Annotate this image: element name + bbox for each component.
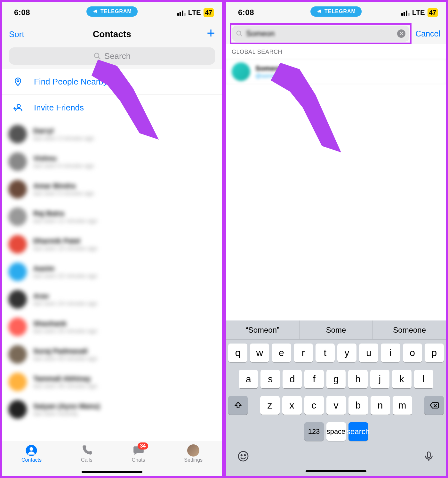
search-input[interactable] (246, 29, 394, 38)
contact-row[interactable]: Tammali Abhinaylast seen 46 minutes ago (2, 368, 222, 396)
key-c[interactable]: c (304, 396, 324, 415)
key-t[interactable]: t (316, 344, 335, 362)
tab-bar: Contacts Calls 34 Chats Settings (2, 441, 222, 476)
result-avatar-icon (232, 62, 250, 81)
telegram-pill[interactable]: TELEGRAM (310, 6, 362, 17)
key-e[interactable]: e (272, 344, 291, 362)
contact-avatar-icon (8, 207, 27, 226)
home-indicator[interactable] (306, 470, 366, 472)
key-m[interactable]: m (393, 396, 412, 415)
key-h[interactable]: h (348, 370, 367, 388)
svg-point-9 (237, 31, 241, 35)
search-input[interactable]: Search (9, 47, 215, 65)
search-result-row[interactable]: Someone @someone (226, 59, 446, 85)
tab-chats[interactable]: 34 Chats (132, 444, 145, 463)
contact-avatar-icon (8, 373, 27, 391)
tab-contacts[interactable]: Contacts (21, 444, 42, 463)
key-s[interactable]: s (260, 370, 280, 388)
svg-line-10 (240, 35, 242, 36)
key-i[interactable]: i (381, 344, 400, 362)
suggestion-bar: “Someon” Some Someone (226, 320, 446, 340)
key-g[interactable]: g (326, 370, 346, 388)
status-time: 6:08 (238, 8, 254, 17)
tab-calls[interactable]: Calls (81, 444, 93, 463)
add-contact-button[interactable]: + (193, 29, 215, 40)
contact-avatar-icon (8, 290, 27, 309)
signal-icon (401, 11, 410, 16)
contact-row[interactable]: Aravlast seen 24 minutes ago (2, 286, 222, 313)
contact-row[interactable]: Dharmik Patellast seen 15 minutes ago (2, 231, 222, 258)
svg-point-14 (241, 455, 242, 456)
battery-badge-icon: 47 (428, 8, 438, 17)
space-key[interactable]: space (326, 422, 346, 441)
key-z[interactable]: z (260, 396, 280, 415)
find-people-nearby[interactable]: Find People Nearby (2, 69, 222, 95)
contact-row[interactable]: Darryllast seen 3 minutes ago (2, 120, 222, 148)
key-q[interactable]: q (228, 344, 247, 362)
invite-friends[interactable]: Invite Friends (2, 95, 222, 120)
contact-row[interactable]: Raj Batralast seen 11 minutes ago (2, 203, 222, 231)
shift-key[interactable] (228, 396, 248, 415)
backspace-key[interactable] (424, 396, 444, 415)
mic-icon (423, 450, 435, 462)
home-indicator[interactable] (82, 471, 142, 473)
key-d[interactable]: d (283, 370, 302, 388)
telegram-pill[interactable]: TELEGRAM (86, 6, 138, 17)
page-title: Contacts (93, 29, 131, 39)
suggestion-1[interactable]: “Someon” (226, 320, 300, 339)
key-f[interactable]: f (304, 370, 324, 388)
search-box[interactable]: ✕ (232, 26, 409, 42)
key-o[interactable]: o (403, 344, 422, 362)
contact-row[interactable]: Aasimlast seen 22 minutes ago (2, 258, 222, 286)
suggestion-2[interactable]: Some (300, 320, 373, 339)
contact-avatar-icon (8, 318, 27, 336)
key-l[interactable]: l (414, 370, 433, 388)
key-j[interactable]: j (370, 370, 389, 388)
plus-icon: + (207, 25, 215, 41)
suggestion-3[interactable]: Someone (373, 320, 446, 339)
status-bar: 6:08 TELEGRAM LTE 47 (226, 2, 446, 23)
chat-badge: 34 (138, 442, 148, 450)
svg-point-7 (30, 447, 33, 451)
cancel-button[interactable]: Cancel (415, 29, 442, 38)
network-label: LTE (188, 8, 201, 17)
sort-button[interactable]: Sort (9, 29, 31, 39)
emoji-key[interactable] (237, 450, 249, 463)
key-w[interactable]: w (250, 344, 269, 362)
contacts-list[interactable]: Darryllast seen 3 minutes agoVishnulast … (2, 120, 222, 423)
svg-point-2 (17, 80, 19, 82)
key-k[interactable]: k (392, 370, 411, 388)
tab-settings[interactable]: Settings (184, 444, 203, 463)
key-a[interactable]: a (239, 370, 258, 388)
key-r[interactable]: r (294, 344, 313, 362)
svg-point-3 (17, 104, 20, 108)
search-highlight-frame: ✕ (230, 23, 412, 44)
contacts-icon (25, 444, 37, 457)
svg-line-1 (98, 57, 100, 59)
key-x[interactable]: x (282, 396, 302, 415)
clear-icon[interactable]: ✕ (397, 29, 405, 38)
contact-row[interactable]: Shashanklast seen 25 minutes ago (2, 313, 222, 341)
dictation-key[interactable] (423, 450, 435, 463)
phone-icon (81, 444, 93, 457)
contact-row[interactable]: Suraj Padmasalilast seen 40 minutes ago (2, 341, 222, 368)
emoji-icon (237, 450, 249, 462)
key-u[interactable]: u (359, 344, 378, 362)
signal-icon (177, 11, 186, 16)
contact-row[interactable]: Amar Bindralast seen 9 minutes ago (2, 175, 222, 203)
settings-avatar-icon (187, 444, 199, 457)
search-key[interactable]: search (348, 422, 368, 441)
search-header: ✕ Cancel (226, 23, 446, 44)
key-p[interactable]: p (425, 344, 444, 362)
contact-avatar-icon (8, 235, 27, 254)
contact-row[interactable]: Saiyan (Ayso Manu)last seen recently (2, 396, 222, 423)
key-y[interactable]: y (337, 344, 356, 362)
key-b[interactable]: b (348, 396, 368, 415)
status-time: 6:08 (14, 8, 30, 17)
svg-point-15 (244, 455, 245, 456)
contact-row[interactable]: Vishnulast seen 6 minutes ago (2, 148, 222, 175)
status-bar: 6:08 TELEGRAM LTE 47 (2, 2, 222, 23)
key-v[interactable]: v (326, 396, 346, 415)
numbers-key[interactable]: 123 (304, 422, 324, 441)
key-n[interactable]: n (371, 396, 390, 415)
